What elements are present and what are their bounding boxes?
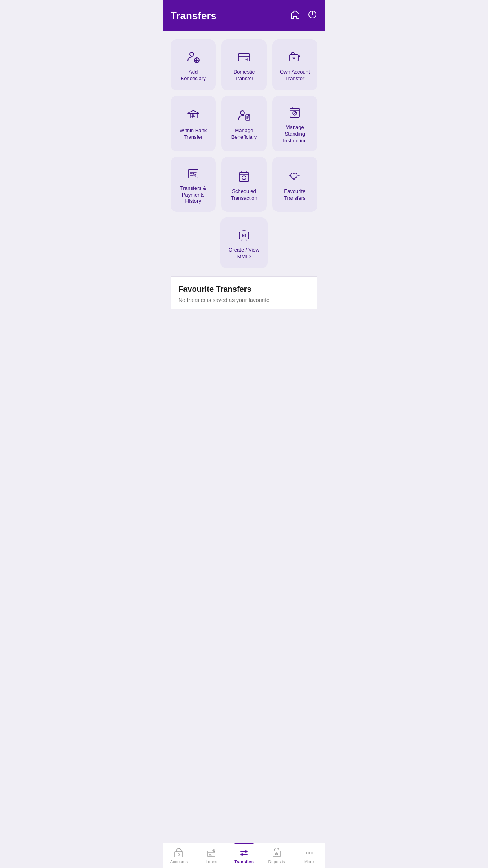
within-bank-transfer-icon <box>185 108 201 123</box>
nav-transfers[interactable]: Transfers <box>228 846 261 866</box>
page-title: Transfers <box>171 10 216 22</box>
within-bank-transfer-label: Within BankTransfer <box>180 127 207 141</box>
scheduled-transaction-label: ScheduledTransaction <box>231 188 257 202</box>
svg-point-8 <box>293 57 295 59</box>
svg-rect-6 <box>238 54 250 61</box>
within-bank-transfer-button[interactable]: Within BankTransfer <box>171 96 216 151</box>
transfers-history-label: Transfers &PaymentsHistory <box>180 185 206 205</box>
svg-rect-9 <box>189 113 191 118</box>
favourite-transfers-icon <box>287 169 303 184</box>
scheduled-transaction-icon <box>236 169 252 184</box>
deposits-icon <box>272 848 282 858</box>
more-icon <box>304 848 314 858</box>
favourite-transfers-label: FavouriteTransfers <box>284 188 305 202</box>
add-beneficiary-button[interactable]: AddBeneficiary <box>171 39 216 90</box>
svg-rect-11 <box>196 113 198 118</box>
domestic-transfer-label: DomesticTransfer <box>233 69 255 82</box>
manage-standing-instruction-label: Manage StandingInstruction <box>276 124 314 144</box>
nav-accounts[interactable]: Accounts <box>163 846 195 866</box>
manage-beneficiary-icon <box>236 108 252 123</box>
scheduled-transaction-button[interactable]: ScheduledTransaction <box>221 157 266 212</box>
manage-beneficiary-label: ManageBeneficiary <box>231 127 257 141</box>
add-beneficiary-icon <box>185 49 201 65</box>
nav-deposits-label: Deposits <box>268 859 285 864</box>
transfers-nav-icon <box>239 848 249 858</box>
svg-point-23 <box>193 173 194 174</box>
favourite-transfers-section: Favourite Transfers No transfer is saved… <box>171 276 317 309</box>
svg-point-2 <box>190 52 194 56</box>
nav-more[interactable]: More <box>293 846 325 866</box>
svg-point-30 <box>178 854 180 855</box>
own-account-transfer-label: Own AccountTransfer <box>280 69 310 82</box>
add-beneficiary-label: AddBeneficiary <box>181 69 206 82</box>
nav-transfers-label: Transfers <box>234 859 254 864</box>
nav-loans[interactable]: Loans <box>195 846 228 866</box>
bottom-grid: Create / ViewMMID <box>171 217 317 268</box>
nav-more-label: More <box>304 859 314 864</box>
power-icon[interactable] <box>307 9 317 22</box>
svg-point-42 <box>306 852 307 854</box>
domestic-transfer-icon <box>236 49 252 65</box>
svg-rect-19 <box>290 108 299 117</box>
favourite-transfers-title: Favourite Transfers <box>178 285 310 294</box>
nav-accounts-label: Accounts <box>170 859 188 864</box>
favourite-transfers-button[interactable]: FavouriteTransfers <box>272 157 317 212</box>
manage-standing-instruction-icon <box>287 105 303 120</box>
svg-point-43 <box>308 852 310 854</box>
header: Transfers <box>163 0 325 31</box>
transfers-history-button[interactable]: Transfers &PaymentsHistory <box>171 157 216 212</box>
create-view-mmid-icon <box>236 227 252 243</box>
manage-standing-instruction-button[interactable]: Manage StandingInstruction <box>272 96 317 151</box>
home-icon[interactable] <box>290 9 300 22</box>
main-content: AddBeneficiary DomesticTransfer Own Ac <box>163 31 325 843</box>
nav-loans-label: Loans <box>205 859 217 864</box>
nav-deposits[interactable]: Deposits <box>260 846 293 866</box>
menu-grid: AddBeneficiary DomesticTransfer Own Ac <box>171 39 317 212</box>
favourite-transfers-subtitle: No transfer is saved as your favourite <box>178 297 310 303</box>
own-account-transfer-icon <box>287 49 303 65</box>
transfers-history-icon <box>185 166 201 181</box>
svg-point-44 <box>311 852 313 854</box>
svg-rect-7 <box>290 55 298 61</box>
create-view-mmid-label: Create / ViewMMID <box>229 247 259 260</box>
domestic-transfer-button[interactable]: DomesticTransfer <box>221 39 266 90</box>
manage-beneficiary-button[interactable]: ManageBeneficiary <box>221 96 266 151</box>
bottom-nav: Accounts Loans Transfers Depos <box>163 843 325 868</box>
svg-point-13 <box>240 111 244 115</box>
own-account-transfer-button[interactable]: Own AccountTransfer <box>272 39 317 90</box>
header-icons <box>290 9 317 22</box>
create-view-mmid-button[interactable]: Create / ViewMMID <box>220 217 268 268</box>
loans-icon <box>206 848 216 858</box>
svg-rect-29 <box>175 852 183 857</box>
accounts-icon <box>174 848 184 858</box>
